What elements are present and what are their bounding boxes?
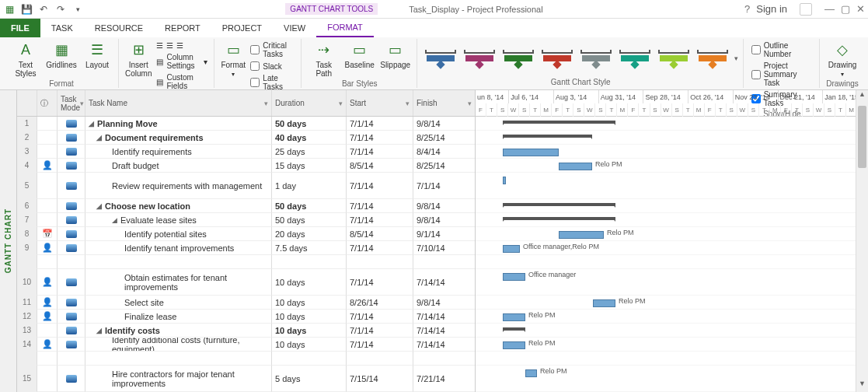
save-icon[interactable]: 💾 (20, 3, 33, 16)
summary-bar[interactable] (503, 203, 615, 206)
task-bar[interactable] (503, 341, 525, 349)
table-row[interactable] (17, 352, 475, 366)
task-bar[interactable] (559, 231, 604, 239)
collapse-icon[interactable]: ◢ (96, 134, 102, 142)
text-styles-button[interactable]: AText Styles (9, 40, 42, 78)
duration-cell[interactable]: 20 days (272, 227, 347, 241)
drawing-button[interactable]: ◇Drawing▾ (826, 40, 859, 78)
col-indicators[interactable]: ⓘ (37, 90, 58, 116)
col-rownum[interactable] (17, 90, 37, 116)
table-row[interactable]: 15 Hire contractors for major tenant imp… (17, 366, 475, 392)
view-bar[interactable]: GANTT CHART (0, 90, 17, 392)
start-cell[interactable]: 7/1/14 (347, 131, 413, 145)
duration-cell[interactable]: 10 days (272, 269, 347, 296)
taskname-cell[interactable]: ◢Identify costs (85, 324, 272, 338)
row-number[interactable]: 1 (17, 117, 37, 131)
insert-column-button[interactable]: ⊞Insert Column (125, 40, 152, 78)
table-row[interactable]: 11 👤 Select site 10 days 8/26/14 9/8/14 (17, 296, 475, 310)
start-cell[interactable]: 7/1/14 (347, 199, 413, 213)
taskmode-cell[interactable] (58, 145, 85, 159)
start-cell[interactable]: 8/5/14 (347, 227, 413, 241)
duration-cell[interactable]: 10 days (272, 310, 347, 324)
taskname-cell[interactable]: Finalize lease (85, 310, 272, 324)
redo-icon[interactable]: ↷ (54, 3, 67, 16)
late-tasks-check[interactable]: Late Tasks (249, 73, 295, 92)
taskmode-cell[interactable] (58, 173, 85, 199)
task-bar[interactable] (525, 369, 537, 377)
taskname-cell[interactable]: Select site (85, 296, 272, 310)
collapse-icon[interactable]: ◢ (89, 120, 94, 128)
gallery-more-button[interactable]: ▾ (734, 54, 738, 62)
taskname-cell[interactable]: ◢Document requirements (85, 131, 272, 145)
task-bar[interactable] (503, 149, 559, 156)
duration-cell[interactable]: 50 days (272, 213, 347, 227)
start-cell[interactable]: 8/26/14 (347, 296, 413, 310)
finish-cell[interactable]: 7/10/14 (413, 241, 476, 255)
start-cell[interactable]: 7/1/14 (347, 338, 413, 352)
taskname-cell[interactable]: Identify tenant improvements (85, 241, 272, 255)
task-bar[interactable] (559, 163, 592, 170)
col-start[interactable]: Start▾ (347, 90, 413, 116)
row-number[interactable]: 15 (17, 366, 37, 392)
scroll-down-icon[interactable]: ▼ (856, 380, 868, 392)
tab-view[interactable]: VIEW (273, 19, 316, 37)
table-row[interactable]: 13 ◢Identify costs 10 days 7/1/14 7/14/1… (17, 324, 475, 338)
table-row[interactable]: 9 👤 Identify tenant improvements 7.5 day… (17, 241, 475, 255)
gantt-style-swatch[interactable] (501, 50, 535, 68)
duration-cell[interactable]: 5 days (272, 366, 347, 392)
duration-cell[interactable]: 10 days (272, 296, 347, 310)
outline-number-check[interactable]: Outline Number (750, 40, 814, 59)
collapse-icon[interactable]: ◢ (96, 202, 102, 210)
task-bar[interactable] (503, 177, 506, 184)
taskname-cell[interactable]: ◢Evaluate lease sites (85, 213, 272, 227)
taskmode-cell[interactable] (58, 241, 85, 255)
duration-cell[interactable]: 50 days (272, 117, 347, 131)
finish-cell[interactable]: 8/25/14 (413, 159, 476, 173)
finish-cell[interactable]: 9/8/14 (413, 117, 476, 131)
tab-resource[interactable]: RESOURCE (84, 19, 154, 37)
baseline-button[interactable]: ▭Baseline (343, 40, 376, 69)
table-row[interactable] (17, 255, 475, 269)
start-cell[interactable]: 7/1/14 (347, 310, 413, 324)
col-finish[interactable]: Finish▾ (413, 90, 476, 116)
duration-cell[interactable]: 10 days (272, 338, 347, 352)
col-duration[interactable]: Duration▾ (272, 90, 347, 116)
col-taskmode[interactable]: Task Mode▾ (58, 90, 85, 116)
taskmode-cell[interactable] (58, 310, 85, 324)
align-buttons[interactable]: ☰ ☰ ☰ (155, 40, 209, 51)
start-cell[interactable]: 7/1/14 (347, 241, 413, 255)
taskmode-cell[interactable] (58, 227, 85, 241)
task-bar[interactable] (503, 245, 520, 253)
start-cell[interactable]: 7/15/14 (347, 366, 413, 392)
finish-cell[interactable]: 9/8/14 (413, 213, 476, 227)
start-cell[interactable]: 7/1/14 (347, 117, 413, 131)
task-bar[interactable] (503, 313, 525, 321)
taskname-cell[interactable]: ◢Choose new location (85, 199, 272, 213)
table-row[interactable]: 10 👤 Obtain estimates for tenant improve… (17, 269, 475, 296)
gantt-style-swatch[interactable] (657, 50, 691, 68)
qat-dropdown-icon[interactable]: ▾ (71, 3, 84, 16)
project-summary-check[interactable]: Project Summary Task (750, 61, 814, 88)
table-row[interactable]: 14 👤 Identify additional costs (furnitur… (17, 338, 475, 352)
finish-cell[interactable]: 7/14/14 (413, 338, 476, 352)
finish-cell[interactable]: 8/4/14 (413, 145, 476, 159)
table-row[interactable]: 4 👤 Draft budget 15 days 8/5/14 8/25/14 (17, 159, 475, 173)
minimize-icon[interactable]: — (824, 3, 835, 15)
close-icon[interactable]: ✕ (856, 3, 865, 15)
row-number[interactable]: 8 (17, 227, 37, 241)
layout-button[interactable]: ☰Layout (81, 40, 113, 69)
tab-file[interactable]: FILE (0, 19, 40, 37)
finish-cell[interactable]: 7/14/14 (413, 310, 476, 324)
collapse-icon[interactable]: ◢ (96, 327, 102, 334)
help-icon[interactable]: ? (744, 3, 750, 15)
task-bar[interactable] (593, 299, 615, 307)
start-cell[interactable]: 7/1/14 (347, 145, 413, 159)
taskname-cell[interactable]: Identify potential sites (85, 227, 272, 241)
row-number[interactable]: 7 (17, 213, 37, 227)
finish-cell[interactable]: 9/1/14 (413, 227, 476, 241)
taskmode-cell[interactable] (58, 366, 85, 392)
summary-bar[interactable] (503, 327, 525, 331)
taskname-cell[interactable]: Review requirements with management (85, 173, 272, 199)
finish-cell[interactable]: 7/14/14 (413, 324, 476, 338)
tab-report[interactable]: REPORT (154, 19, 211, 37)
